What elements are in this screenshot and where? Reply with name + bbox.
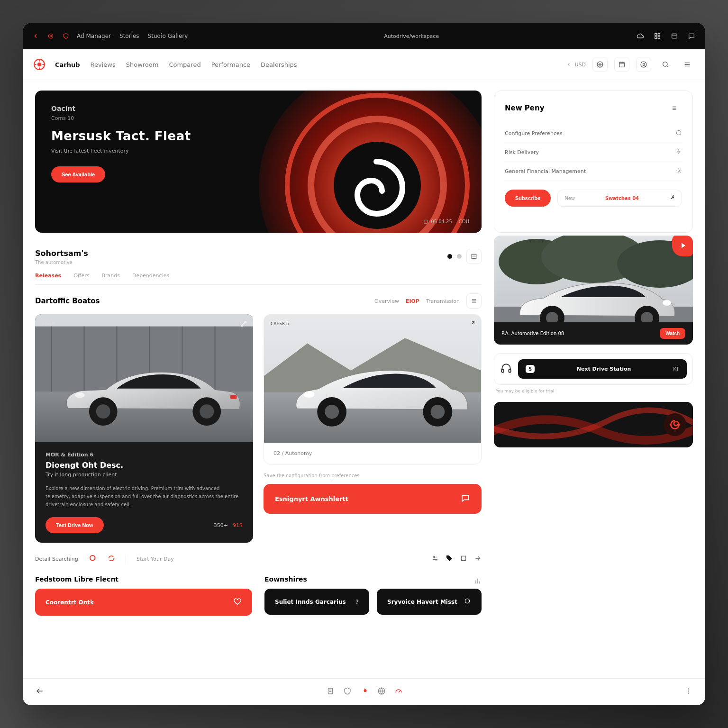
svg-point-0 — [48, 34, 53, 38]
bottom-button-b[interactable]: Sryvoice Havert Misst — [377, 589, 482, 615]
side-chip[interactable]: New Swatches 04 — [557, 190, 682, 207]
chat-icon[interactable] — [686, 31, 697, 41]
row-filters: Overview EIOP Transmission — [374, 293, 482, 309]
square-icon[interactable] — [460, 555, 467, 564]
topbar-tab[interactable]: Studio Gallery — [148, 33, 188, 39]
doc-icon[interactable] — [326, 687, 335, 697]
search-hint[interactable]: Start Your Day — [136, 556, 174, 562]
inbox-icon[interactable] — [669, 31, 680, 41]
svg-point-60 — [663, 300, 671, 306]
app-window: Ad Manager Stories Studio Gallery Autodr… — [23, 23, 705, 705]
subnav-item-active[interactable]: Releases — [35, 273, 61, 279]
shield-icon[interactable] — [62, 32, 70, 40]
arrow-icon[interactable] — [474, 555, 482, 564]
watch-button[interactable]: Watch — [660, 328, 685, 339]
bottom-left-button[interactable]: Coorentrt Ontk — [35, 589, 252, 616]
more-icon[interactable] — [684, 687, 693, 697]
refresh-icon[interactable] — [108, 555, 115, 564]
filter-item[interactable]: Overview — [374, 298, 399, 304]
subscribe-button[interactable]: Subscribe — [505, 190, 551, 207]
side-item[interactable]: General Financial Management — [505, 162, 682, 181]
cloud-icon[interactable] — [635, 31, 646, 41]
brand-logo-icon[interactable] — [33, 58, 46, 71]
hero-cta-button[interactable]: See Available — [51, 166, 105, 182]
play-button[interactable] — [672, 236, 693, 256]
bottom-left-title: Fedstoom Libre Flecnt — [35, 575, 252, 583]
subnav-item[interactable]: Dependencies — [132, 273, 169, 279]
currency-selector[interactable]: USD — [566, 62, 586, 68]
calendar-icon[interactable] — [614, 57, 629, 72]
spiral-badge-icon — [664, 413, 686, 436]
nav-tab-home[interactable]: Carhub — [55, 61, 80, 68]
announcement-bar[interactable]: Esnignyrt Awnshlertt — [264, 484, 482, 514]
subnav-item[interactable]: Brands — [101, 273, 120, 279]
flame-icon[interactable] — [360, 687, 369, 697]
filter-item[interactable]: Transmission — [426, 298, 460, 304]
side-item[interactable]: Risk Delivery — [505, 143, 682, 162]
subnav-item[interactable]: Offers — [73, 273, 89, 279]
svg-point-42 — [325, 405, 339, 419]
svg-point-46 — [90, 555, 95, 561]
filter-item-active[interactable]: EIOP — [406, 298, 419, 304]
menu-icon[interactable] — [680, 57, 695, 72]
spiral-graphic-icon — [254, 91, 482, 233]
car-illustration — [35, 314, 253, 442]
svg-rect-4 — [655, 36, 657, 38]
vehicle-card-featured[interactable]: SRG 6 MOR & Edition 6 Dioengt Oht Desc. … — [35, 314, 253, 543]
nav-tab[interactable]: Compared — [169, 61, 200, 68]
search-ring-icon[interactable] — [89, 554, 97, 564]
gear-icon — [675, 167, 682, 175]
layout-icon[interactable] — [466, 249, 482, 264]
svg-rect-21 — [472, 254, 476, 258]
bottom-button-a[interactable]: Suliet Innds Garcarius ? — [264, 589, 369, 615]
sub-nav: Releases Offers Brands Dependencies — [35, 268, 482, 285]
svg-point-33 — [96, 404, 110, 419]
sliders-icon[interactable] — [431, 555, 439, 564]
topbar-tab[interactable]: Stories — [119, 33, 139, 39]
expand-icon[interactable] — [468, 320, 475, 330]
gauge-icon[interactable] — [394, 687, 403, 697]
circle-icon — [675, 129, 682, 137]
equalizer-icon[interactable] — [474, 577, 482, 587]
nav-tab[interactable]: Dealerships — [261, 61, 297, 68]
svg-point-19 — [676, 130, 681, 135]
drive-station-button[interactable]: S Next Drive Station KT — [518, 359, 687, 379]
section-subtitle: The automotive — [35, 260, 88, 265]
bookmark-icon[interactable] — [636, 57, 651, 72]
badge-icon[interactable] — [343, 687, 352, 697]
grid-icon[interactable] — [652, 31, 663, 41]
side-menu-icon[interactable] — [667, 100, 682, 116]
topbar-tabs: Ad Manager Stories Studio Gallery — [77, 33, 188, 39]
test-drive-button[interactable]: Test Drive Now — [46, 517, 104, 533]
headphones-icon — [500, 362, 512, 376]
expand-icon[interactable] — [240, 320, 247, 329]
nav-tab[interactable]: Performance — [211, 61, 250, 68]
video-card[interactable]: P.A. Automotive Edition 08 Watch — [494, 236, 693, 345]
card-price: 350+91S — [214, 522, 243, 528]
search-icon[interactable] — [658, 57, 673, 72]
svg-point-67 — [688, 691, 690, 692]
topbar-tab[interactable]: Ad Manager — [77, 33, 111, 39]
bottom-right-title: Eownshires — [264, 575, 307, 583]
filter-menu-icon[interactable] — [466, 293, 482, 309]
side-item[interactable]: Configure Preferences — [505, 124, 682, 143]
card-badge: CRESR 5 — [271, 321, 289, 326]
content-area: Oacint Coms 10 Mersusk Tact. Fleat Visit… — [23, 80, 705, 678]
vehicle-card[interactable]: CRESR 5 02 / Autonomy — [264, 314, 482, 464]
promo-dark-card[interactable] — [494, 402, 693, 447]
color-dot-grey[interactable] — [457, 254, 462, 259]
color-dot-black[interactable] — [447, 254, 452, 259]
section-title: Sohortsam's — [35, 249, 88, 258]
back-icon[interactable] — [31, 32, 40, 40]
target-icon[interactable] — [46, 32, 55, 40]
svg-point-13 — [663, 62, 667, 66]
nav-tab[interactable]: Showroom — [126, 61, 159, 68]
back-arrow-icon[interactable] — [35, 686, 45, 698]
steering-icon[interactable] — [592, 57, 608, 72]
nav-tab[interactable]: Reviews — [91, 61, 116, 68]
hero-banner: Oacint Coms 10 Mersusk Tact. Fleat Visit… — [35, 91, 482, 233]
svg-point-48 — [436, 559, 437, 560]
globe-icon[interactable] — [377, 687, 386, 697]
tag-icon[interactable] — [446, 555, 453, 564]
card-subtitle: 02 / Autonomy — [273, 450, 472, 456]
